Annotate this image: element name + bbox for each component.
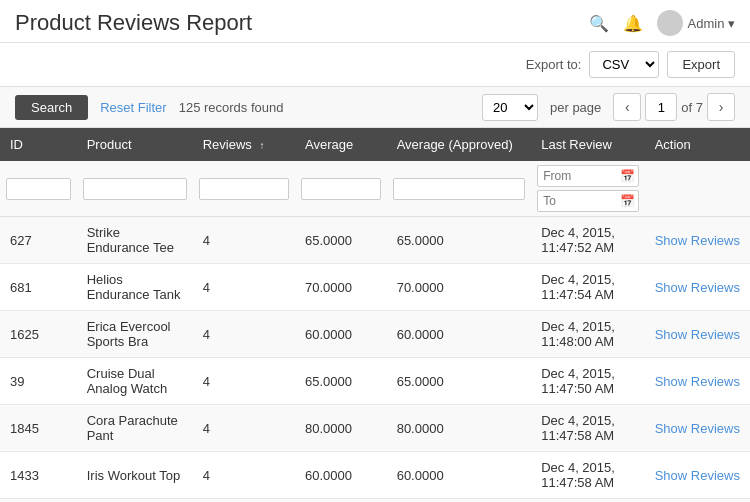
cell-reviews: 4: [193, 217, 295, 264]
reviews-table: ID Product Reviews ↑ Average Average (Ap…: [0, 128, 750, 502]
calendar-to-icon[interactable]: 📅: [620, 194, 635, 208]
col-id: ID: [0, 128, 77, 161]
table-row: 627Strike Endurance Tee465.000065.0000De…: [0, 217, 750, 264]
table-row: 643Erikssen CoolTech™ Fitness Tank455.00…: [0, 499, 750, 503]
cell-id: 1433: [0, 452, 77, 499]
search-button[interactable]: Search: [15, 95, 88, 120]
date-filter-group: 📅 📅: [537, 165, 639, 212]
col-reviews[interactable]: Reviews ↑: [193, 128, 295, 161]
col-average-approved: Average (Approved): [387, 128, 532, 161]
table-row: 1845Cora Parachute Pant480.000080.0000De…: [0, 405, 750, 452]
show-reviews-link[interactable]: Show Reviews: [655, 374, 740, 389]
table-row: 1625Erica Evercool Sports Bra460.000060.…: [0, 311, 750, 358]
cell-id: 681: [0, 264, 77, 311]
filter-product-cell: [77, 161, 193, 217]
cell-average-approved: 55.0000: [387, 499, 532, 503]
cell-average: 55.0000: [295, 499, 387, 503]
table-header-row: ID Product Reviews ↑ Average Average (Ap…: [0, 128, 750, 161]
export-label: Export to:: [526, 57, 582, 72]
cell-action: Show Reviews: [645, 217, 750, 264]
col-product: Product: [77, 128, 193, 161]
per-page-select[interactable]: 20 50 100: [482, 94, 538, 121]
cell-average-approved: 70.0000: [387, 264, 532, 311]
table-row: 39Cruise Dual Analog Watch465.000065.000…: [0, 358, 750, 405]
next-page-button[interactable]: ›: [707, 93, 735, 121]
user-label: Admin ▾: [688, 16, 735, 31]
cell-action: Show Reviews: [645, 405, 750, 452]
cell-average: 60.0000: [295, 311, 387, 358]
export-toolbar: Export to: CSV XML Excel Export: [0, 43, 750, 86]
cell-product: Iris Workout Top: [77, 452, 193, 499]
page-number-input[interactable]: [645, 93, 677, 121]
page-header: Product Reviews Report 🔍 🔔 Admin ▾: [0, 0, 750, 43]
prev-page-button[interactable]: ‹: [613, 93, 641, 121]
header-actions: 🔍 🔔 Admin ▾: [589, 10, 735, 36]
filter-row: 📅 📅: [0, 161, 750, 217]
col-last-review: Last Review: [531, 128, 645, 161]
cell-last-review: Dec 4, 2015, 11:47:53 AM: [531, 499, 645, 503]
cell-last-review: Dec 4, 2015, 11:47:50 AM: [531, 358, 645, 405]
show-reviews-link[interactable]: Show Reviews: [655, 280, 740, 295]
cell-average-approved: 65.0000: [387, 217, 532, 264]
sort-arrow-reviews: ↑: [259, 140, 264, 151]
col-action: Action: [645, 128, 750, 161]
show-reviews-link[interactable]: Show Reviews: [655, 421, 740, 436]
search-bar: Search Reset Filter 125 records found 20…: [0, 86, 750, 128]
filter-id-cell: [0, 161, 77, 217]
cell-last-review: Dec 4, 2015, 11:47:52 AM: [531, 217, 645, 264]
filter-average-approved-input[interactable]: [393, 178, 526, 200]
cell-reviews: 4: [193, 264, 295, 311]
avatar: [657, 10, 683, 36]
cell-average: 65.0000: [295, 217, 387, 264]
show-reviews-link[interactable]: Show Reviews: [655, 327, 740, 342]
calendar-from-icon[interactable]: 📅: [620, 169, 635, 183]
cell-action: Show Reviews: [645, 452, 750, 499]
export-button[interactable]: Export: [667, 51, 735, 78]
show-reviews-link[interactable]: Show Reviews: [655, 468, 740, 483]
filter-id-input[interactable]: [6, 178, 71, 200]
table-row: 1433Iris Workout Top460.000060.0000Dec 4…: [0, 452, 750, 499]
per-page-label: per page: [550, 100, 601, 115]
page-title: Product Reviews Report: [15, 10, 252, 36]
filter-reviews-cell: [193, 161, 295, 217]
filter-reviews-input[interactable]: [199, 178, 289, 200]
cell-average-approved: 65.0000: [387, 358, 532, 405]
reset-filter-button[interactable]: Reset Filter: [100, 100, 166, 115]
cell-average-approved: 60.0000: [387, 452, 532, 499]
cell-average-approved: 80.0000: [387, 405, 532, 452]
user-menu[interactable]: Admin ▾: [657, 10, 735, 36]
table-row: 681Helios Endurance Tank470.000070.0000D…: [0, 264, 750, 311]
date-from-wrap: 📅: [537, 165, 639, 187]
export-format-select[interactable]: CSV XML Excel: [589, 51, 659, 78]
cell-action: Show Reviews: [645, 358, 750, 405]
cell-last-review: Dec 4, 2015, 11:47:54 AM: [531, 264, 645, 311]
cell-id: 39: [0, 358, 77, 405]
bell-icon[interactable]: 🔔: [623, 14, 643, 33]
cell-id: 627: [0, 217, 77, 264]
cell-product: Erica Evercool Sports Bra: [77, 311, 193, 358]
cell-average: 70.0000: [295, 264, 387, 311]
filter-product-input[interactable]: [83, 178, 187, 200]
cell-product: Cruise Dual Analog Watch: [77, 358, 193, 405]
cell-reviews: 4: [193, 452, 295, 499]
cell-average: 80.0000: [295, 405, 387, 452]
cell-last-review: Dec 4, 2015, 11:47:58 AM: [531, 405, 645, 452]
show-reviews-link[interactable]: Show Reviews: [655, 233, 740, 248]
cell-product: Cora Parachute Pant: [77, 405, 193, 452]
cell-id: 1845: [0, 405, 77, 452]
filter-average-approved-cell: [387, 161, 532, 217]
cell-action: Show Reviews: [645, 311, 750, 358]
cell-last-review: Dec 4, 2015, 11:47:58 AM: [531, 452, 645, 499]
cell-last-review: Dec 4, 2015, 11:48:00 AM: [531, 311, 645, 358]
cell-product: Helios Endurance Tank: [77, 264, 193, 311]
cell-average: 60.0000: [295, 452, 387, 499]
cell-reviews: 4: [193, 499, 295, 503]
cell-average: 65.0000: [295, 358, 387, 405]
filter-average-input[interactable]: [301, 178, 381, 200]
cell-reviews: 4: [193, 311, 295, 358]
cell-reviews: 4: [193, 405, 295, 452]
search-icon[interactable]: 🔍: [589, 14, 609, 33]
filter-average-cell: [295, 161, 387, 217]
cell-average-approved: 60.0000: [387, 311, 532, 358]
cell-id: 1625: [0, 311, 77, 358]
